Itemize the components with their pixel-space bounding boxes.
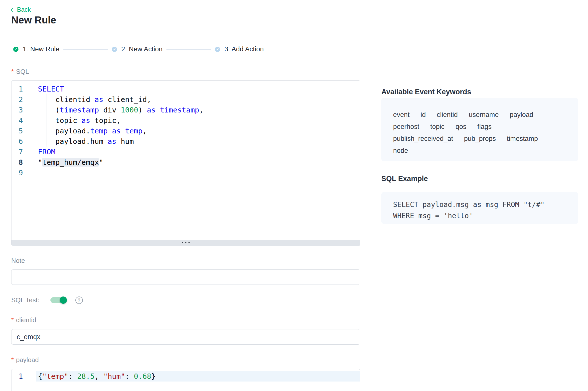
line-number: 4 <box>11 115 23 126</box>
line-number: 5 <box>11 126 23 136</box>
payload-label-text: payload <box>16 356 39 364</box>
token: , <box>143 127 147 135</box>
token: , <box>95 372 103 381</box>
step-check-icon: ✓ <box>13 47 18 52</box>
event-keyword: payload <box>510 109 533 121</box>
event-keyword: id <box>421 109 426 121</box>
step-check-icon: ✓ <box>215 47 220 52</box>
token: : <box>125 372 134 381</box>
code-content: clientid as client_id, <box>38 94 360 105</box>
token: " <box>99 158 103 167</box>
token: ( <box>38 106 60 114</box>
sql-example-title: SQL Example <box>381 175 428 183</box>
keyword-row: eventidclientidusernamepayload <box>393 109 568 121</box>
clientid-field-label: * clientid <box>11 316 36 324</box>
token <box>108 127 112 135</box>
stepper-step-1[interactable]: ✓1. New Rule <box>13 45 59 53</box>
token: clientid <box>38 95 95 104</box>
token: } <box>151 372 155 381</box>
line-number: 2 <box>11 94 23 105</box>
token: timestamp <box>160 106 199 114</box>
token: topic, <box>90 116 121 125</box>
keyword-row: publish_received_atpub_propstimestamp <box>393 133 568 145</box>
indent-guide <box>36 126 36 136</box>
sql-example-panel: SELECT payload.msg as msg FROM "t/#"WHER… <box>381 192 578 224</box>
code-line: 1{"temp": 28.5, "hum": 0.68} <box>11 371 360 382</box>
token: client_id, <box>103 95 151 104</box>
code-line: 2 clientid as client_id, <box>11 94 360 105</box>
token: " <box>38 158 42 167</box>
clientid-input[interactable] <box>11 329 360 345</box>
back-link[interactable]: Back <box>11 6 31 13</box>
event-keyword: node <box>393 145 408 157</box>
token: as <box>147 106 156 114</box>
keywords-panel-title: Available Event Keywords <box>381 88 471 96</box>
line-number: 3 <box>11 105 23 115</box>
keywords-panel: eventidclientidusernamepayloadpeerhostto… <box>381 98 578 161</box>
token: as <box>82 116 90 125</box>
stepper-step-2[interactable]: ✓2. New Action <box>112 45 162 53</box>
code-content: topic as topic, <box>38 115 360 126</box>
event-keyword: username <box>469 109 499 121</box>
code-content: SELECT <box>38 84 360 94</box>
help-question-icon[interactable]: ? <box>75 296 83 304</box>
token: 1000 <box>121 106 138 114</box>
code-line: 9 <box>11 168 360 178</box>
event-keyword: topic <box>430 121 444 133</box>
indent-guide <box>46 105 46 115</box>
clientid-label-text: clientid <box>16 316 36 324</box>
line-number: 1 <box>11 84 23 94</box>
token: div <box>99 106 121 114</box>
token: { <box>38 372 42 381</box>
token: payload. <box>38 127 90 135</box>
stepper: ✓1. New Rule✓2. New Action✓3. Add Action <box>13 45 264 53</box>
code-line: 7FROM <box>11 147 360 157</box>
indent-guide <box>46 136 46 147</box>
step-label: 3. Add Action <box>224 45 264 53</box>
note-field-label: Note <box>11 257 25 265</box>
code-line: 5 payload.temp as temp, <box>11 126 360 136</box>
note-label-text: Note <box>11 257 25 265</box>
editor-resize-handle[interactable] <box>11 240 360 246</box>
token: "temp" <box>42 372 68 381</box>
token: "hum" <box>103 372 125 381</box>
sql-label-text: SQL <box>16 68 29 76</box>
token: as <box>95 95 103 104</box>
step-connector <box>166 49 211 50</box>
step-check-icon: ✓ <box>112 47 117 52</box>
code-content <box>38 168 360 178</box>
line-number: 6 <box>11 136 23 147</box>
token: SELECT <box>38 85 64 93</box>
sql-test-toggle[interactable] <box>50 297 66 303</box>
token: temp <box>90 127 108 135</box>
code-content: (timestamp div 1000) as timestamp, <box>38 105 360 115</box>
sql-test-row: SQL Test: ? <box>11 296 83 304</box>
token <box>155 106 160 114</box>
payload-editor-lines: 1{"temp": 28.5, "hum": 0.68} <box>11 369 360 382</box>
payload-field-label: * payload <box>11 356 39 364</box>
note-input[interactable] <box>11 269 360 285</box>
sql-test-label: SQL Test: <box>11 296 39 304</box>
sql-code-editor[interactable]: 1SELECT2 clientid as client_id,3 (timest… <box>11 80 360 246</box>
indent-guide <box>46 94 46 105</box>
code-content: "temp_hum/emqx" <box>38 157 360 168</box>
code-line: 3 (timestamp div 1000) as timestamp, <box>11 105 360 115</box>
token: , <box>199 106 203 114</box>
indent-guide <box>36 105 36 115</box>
step-label: 1. New Rule <box>23 45 59 53</box>
code-line: 1SELECT <box>11 84 360 94</box>
event-keyword: flags <box>477 121 492 133</box>
stepper-step-3[interactable]: ✓3. Add Action <box>215 45 264 53</box>
token: timestamp <box>60 106 99 114</box>
indent-guide <box>46 115 46 126</box>
token: payload.hum <box>38 137 108 146</box>
payload-code-editor[interactable]: 1{"temp": 28.5, "hum": 0.68} <box>11 369 360 391</box>
event-keyword: pub_props <box>464 133 496 145</box>
indent-guide <box>36 115 36 126</box>
token: as <box>112 127 121 135</box>
code-content: {"temp": 28.5, "hum": 0.68} <box>36 371 360 382</box>
token: hum <box>116 137 134 146</box>
indent-guide <box>36 94 36 105</box>
indent-guide <box>36 136 36 147</box>
main-column: Back New Rule ✓1. New Rule✓2. New Action… <box>11 0 360 391</box>
